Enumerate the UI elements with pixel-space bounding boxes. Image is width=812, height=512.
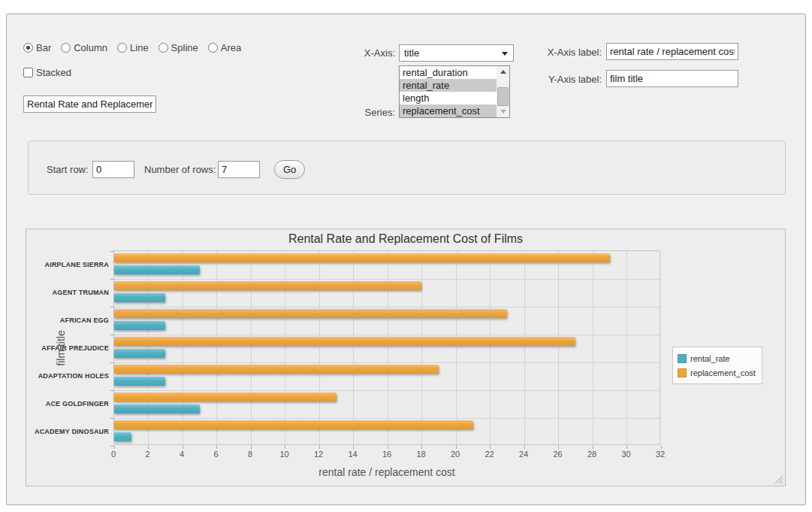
stacked-checkbox-icon (23, 68, 33, 77)
chevron-down-icon (502, 52, 508, 56)
series-list-scrollbar[interactable] (497, 66, 509, 117)
radio-line-icon (117, 43, 127, 53)
x-tick-label: 20 (440, 450, 470, 459)
start-row-label: Start row: (47, 164, 89, 175)
x-axis-title: rental rate / replacement cost (113, 466, 660, 478)
start-row-input[interactable] (92, 161, 134, 178)
display-chart-panel: Bar Column Line Spline Area Stacked X-Ax… (6, 14, 806, 505)
chart-legend: rental_rate replacement_cost (672, 347, 762, 384)
stacked-checkbox-label: Stacked (36, 67, 71, 78)
bar-rental_rate[interactable] (114, 293, 165, 302)
radio-area-label: Area (221, 42, 241, 53)
bar-rental_rate[interactable] (114, 265, 200, 274)
bar-replacement_cost[interactable] (114, 253, 610, 262)
category-label: AFFAIR PREJUDICE (26, 344, 109, 352)
legend-item-rental-rate[interactable]: rental_rate (678, 351, 756, 365)
x-axis-label-input[interactable] (606, 43, 738, 60)
resize-handle-icon[interactable] (775, 476, 783, 483)
x-axis-label-caption: X-Axis label: (527, 47, 602, 58)
category-label: AIRPLANE SIERRA (26, 261, 109, 268)
x-axis-selected-value: title (404, 47, 419, 59)
series-option-length[interactable]: length (400, 92, 497, 105)
bar-replacement_cost[interactable] (114, 420, 473, 429)
x-tick-label: 10 (270, 450, 300, 459)
category-label: ACADEMY DINOSAUR (26, 428, 109, 435)
go-button[interactable]: Go (274, 160, 305, 179)
x-tick-label: 32 (645, 450, 675, 459)
num-rows-label: Number of rows: (144, 164, 216, 175)
x-tick-label: 26 (543, 450, 573, 459)
radio-bar-label: Bar (36, 42, 51, 53)
chart-type-radio-group: Bar Column Line Spline Area (23, 42, 241, 53)
radio-bar-icon (23, 43, 33, 53)
chart-title-input[interactable] (23, 95, 156, 113)
radio-area-icon (208, 43, 218, 53)
legend-item-replacement-cost[interactable]: replacement_cost (678, 365, 756, 380)
x-tick-label: 6 (201, 450, 231, 459)
radio-spline[interactable]: Spline (158, 42, 198, 53)
x-axis-select-label: X-Axis: (335, 47, 395, 59)
category-label: ADAPTATION HOLES (26, 372, 109, 380)
bar-replacement_cost[interactable] (114, 281, 421, 290)
x-tick-label: 12 (303, 450, 334, 459)
y-axis-label-caption: Y-Axis label: (527, 74, 602, 85)
x-tick-label: 28 (577, 450, 607, 459)
bar-replacement_cost[interactable] (114, 392, 337, 401)
num-rows-input[interactable] (218, 161, 260, 178)
legend-swatch-replacement-cost (678, 368, 687, 377)
x-tick-label: 24 (509, 450, 539, 459)
legend-label-rental-rate: rental_rate (690, 354, 730, 363)
bar-replacement_cost[interactable] (114, 337, 575, 346)
chart-title: Rental Rate and Replacement Cost of Film… (26, 232, 785, 246)
radio-column-icon (61, 43, 71, 53)
bar-rental_rate[interactable] (114, 432, 131, 441)
series-list: rental_duration rental_rate length repla… (399, 65, 510, 118)
x-tick-label: 0 (98, 450, 128, 459)
series-option-replacement-cost[interactable]: replacement_cost (400, 105, 497, 117)
x-tick-label: 14 (338, 450, 368, 459)
x-tick-label: 2 (133, 450, 163, 459)
category-label: AGENT TRUMAN (26, 289, 109, 296)
category-label: ACE GOLDFINGER (26, 400, 109, 407)
x-tick-label: 30 (611, 450, 641, 459)
scroll-up-icon[interactable] (497, 66, 509, 77)
radio-spline-icon (158, 43, 168, 53)
x-tick-label: 22 (475, 450, 505, 459)
category-label: AFRICAN EGG (26, 317, 109, 324)
bar-rental_rate[interactable] (114, 377, 165, 386)
bar-rental_rate[interactable] (114, 404, 200, 414)
radio-spline-label: Spline (171, 42, 198, 53)
scroll-down-icon[interactable] (497, 106, 509, 117)
plot-area (113, 250, 660, 445)
chart-container: Rental Rate and Replacement Cost of Film… (26, 229, 786, 486)
radio-bar[interactable]: Bar (23, 42, 51, 53)
x-axis-select[interactable]: title (399, 44, 514, 62)
stacked-checkbox[interactable]: Stacked (23, 67, 71, 78)
bar-rental_rate[interactable] (114, 321, 165, 330)
row-range-panel: Start row: Number of rows: Go (28, 141, 786, 195)
radio-column-label: Column (74, 42, 107, 53)
x-tick-label: 8 (235, 450, 265, 459)
series-list-label: Series: (335, 107, 395, 118)
y-axis-label-input[interactable] (606, 70, 738, 87)
legend-swatch-rental-rate (678, 354, 687, 363)
series-option-rental-rate[interactable]: rental_rate (400, 79, 497, 92)
series-option-rental-duration[interactable]: rental_duration (400, 66, 497, 79)
x-tick-label: 18 (406, 450, 436, 459)
scrollbar-thumb[interactable] (497, 87, 509, 106)
radio-line-label: Line (130, 42, 149, 53)
bar-replacement_cost[interactable] (114, 309, 507, 318)
x-tick-label: 16 (372, 450, 402, 459)
radio-line[interactable]: Line (117, 42, 149, 53)
radio-column[interactable]: Column (61, 42, 107, 53)
x-tick-label: 4 (167, 450, 197, 459)
radio-area[interactable]: Area (208, 42, 241, 53)
legend-label-replacement-cost: replacement_cost (690, 368, 756, 377)
bar-replacement_cost[interactable] (114, 365, 439, 374)
bar-rental_rate[interactable] (114, 349, 165, 358)
